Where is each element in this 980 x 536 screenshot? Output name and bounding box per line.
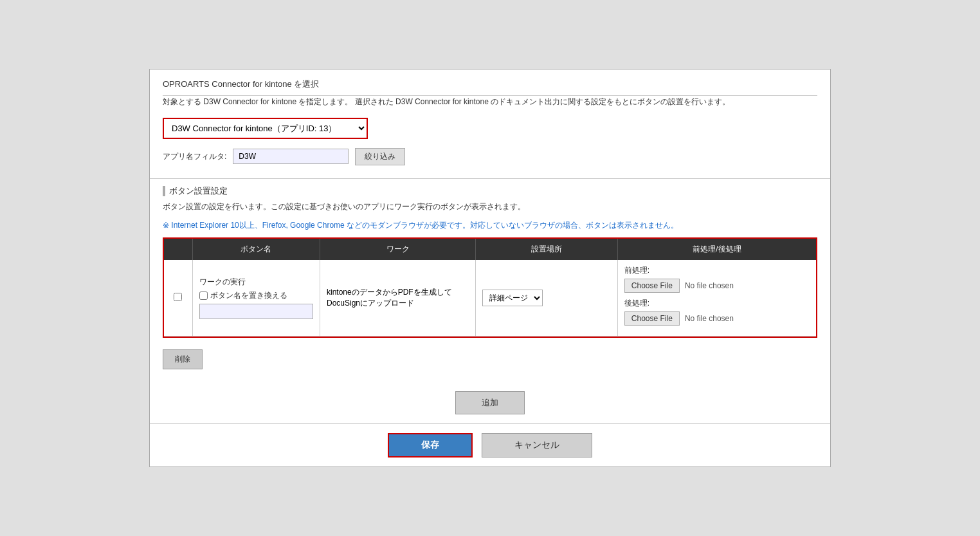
main-dialog: OPROARTS Connector for kintone を選択 対象とする… — [149, 69, 831, 467]
post-file-row: Choose File No file chosen — [624, 311, 810, 326]
btn-name-input[interactable] — [199, 304, 313, 319]
pre-post-cell: 前処理: Choose File No file chosen 後処理: Cho… — [617, 260, 816, 337]
btn-name-label: ワークの実行 — [199, 277, 313, 288]
btn-name-replace-checkbox[interactable] — [199, 291, 208, 300]
delete-row: 削除 — [163, 344, 817, 378]
location-select[interactable]: 詳細ページ 一覧ページ — [482, 290, 543, 306]
post-choose-file-button[interactable]: Choose File — [624, 311, 680, 326]
table-row: ワークの実行 ボタン名を置き換える kintoneのデータからPDFを生成してD… — [164, 260, 816, 337]
pre-file-row: Choose File No file chosen — [624, 279, 810, 293]
work-text: kintoneのデータからPDFを生成してDocuSignにアップロード — [327, 288, 452, 308]
save-button[interactable]: 保存 — [388, 433, 473, 457]
add-row: 追加 — [150, 385, 830, 423]
col-header-work: ワーク — [320, 239, 475, 260]
btn-name-replace-row: ボタン名を置き換える — [199, 290, 313, 301]
col-header-prepost: 前処理/後処理 — [617, 239, 816, 260]
section1: OPROARTS Connector for kintone を選択 対象とする… — [150, 69, 830, 178]
work-cell: kintoneのデータからPDFを生成してDocuSignにアップロード — [320, 260, 475, 337]
connector-select[interactable]: D3W Connector for kintone（アプリID: 13） — [164, 119, 367, 138]
col-header-btnname: ボタン名 — [192, 239, 320, 260]
filter-button[interactable]: 絞り込み — [355, 148, 405, 165]
note-text: ※ Internet Explorer 10以上、Firefox, Google… — [163, 219, 817, 231]
btn-name-cell: ワークの実行 ボタン名を置き換える — [192, 260, 320, 337]
post-label: 後処理: — [624, 298, 810, 309]
col-header-checkbox — [164, 239, 192, 260]
table-wrapper: ボタン名 ワーク 設置場所 前処理/後処理 ワークの実行 — [163, 237, 817, 338]
settings-table: ボタン名 ワーク 設置場所 前処理/後処理 ワークの実行 — [164, 239, 816, 337]
add-button[interactable]: 追加 — [455, 391, 525, 414]
location-select-wrapper: 詳細ページ 一覧ページ — [482, 290, 610, 306]
btn-name-replace-label: ボタン名を置き換える — [210, 290, 287, 301]
delete-button[interactable]: 削除 — [163, 349, 203, 369]
location-cell: 詳細ページ 一覧ページ — [476, 260, 617, 337]
dialog-footer: 保存 キャンセル — [150, 423, 830, 467]
section2-body: ボタン設置の設定を行います。この設定に基づきお使いのアプリにワーク実行のボタンが… — [150, 201, 830, 385]
post-no-file-text: No file chosen — [685, 314, 734, 323]
section1-title: OPROARTS Connector for kintone を選択 — [163, 79, 817, 90]
filter-row: アプリ名フィルタ: 絞り込み — [163, 145, 817, 172]
filter-label: アプリ名フィルタ: — [163, 151, 226, 162]
cancel-button[interactable]: キャンセル — [482, 433, 592, 457]
connector-select-wrapper: D3W Connector for kintone（アプリID: 13） — [163, 118, 368, 139]
row-checkbox-cell — [164, 260, 192, 337]
section2-desc: ボタン設置の設定を行います。この設定に基づきお使いのアプリにワーク実行のボタンが… — [163, 201, 817, 213]
pre-label: 前処理: — [624, 265, 810, 276]
section2-header: ボタン設置設定 — [150, 179, 830, 201]
col-header-location: 設置場所 — [476, 239, 617, 260]
section2-title: ボタン設置設定 — [169, 185, 228, 197]
pre-choose-file-button[interactable]: Choose File — [624, 279, 680, 293]
filter-input[interactable] — [233, 149, 349, 164]
section1-desc: 対象とする D3W Connector for kintone を指定します。 … — [163, 96, 817, 108]
section-bar-icon — [163, 186, 165, 196]
row-checkbox[interactable] — [174, 293, 182, 301]
pre-no-file-text: No file chosen — [685, 281, 734, 290]
